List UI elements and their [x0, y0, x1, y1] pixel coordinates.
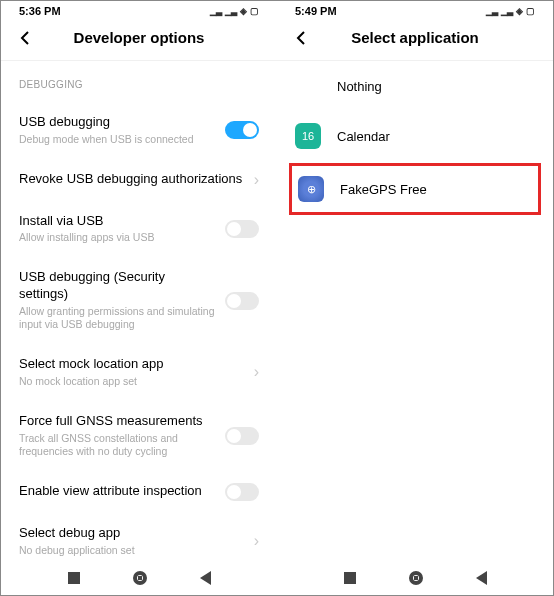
row-subtitle: Debug mode when USB is connected [19, 133, 217, 147]
toggle-view-attr[interactable] [225, 483, 259, 501]
app-list[interactable]: Nothing 16 Calendar ⊕ FakeGPS Free [277, 61, 553, 561]
app-name: Calendar [337, 129, 390, 144]
nav-back-button[interactable] [476, 571, 487, 585]
row-debug-app[interactable]: Select debug app No debug application se… [19, 513, 259, 561]
status-bar: 5:49 PM ▁▃ ▁▃ ◈ ▢ [277, 1, 553, 19]
row-title: Select debug app [19, 525, 246, 542]
row-usb-security[interactable]: USB debugging (Security settings) Allow … [19, 257, 259, 344]
row-usb-debugging[interactable]: USB debugging Debug mode when USB is con… [19, 102, 259, 159]
chevron-right-icon: › [254, 171, 259, 189]
nav-recents-button[interactable] [68, 572, 80, 584]
toggle-install-usb[interactable] [225, 220, 259, 238]
row-title: Select mock location app [19, 356, 246, 373]
toggle-gnss[interactable] [225, 427, 259, 445]
app-row-fakegps[interactable]: ⊕ FakeGPS Free [298, 170, 532, 208]
calendar-icon: 16 [295, 123, 321, 149]
row-title: Force full GNSS measurements [19, 413, 217, 430]
app-name: FakeGPS Free [340, 182, 427, 197]
nav-home-button[interactable] [133, 571, 147, 585]
row-title: Install via USB [19, 213, 217, 230]
row-subtitle: Allow installing apps via USB [19, 231, 217, 245]
row-subtitle: Allow granting permissions and simulatin… [19, 305, 217, 332]
row-revoke-auth[interactable]: Revoke USB debugging authorizations › [19, 159, 259, 201]
toggle-usb-debugging[interactable] [225, 121, 259, 139]
app-icon-blank [295, 73, 321, 99]
status-time: 5:49 PM [295, 5, 337, 17]
row-install-via-usb[interactable]: Install via USB Allow installing apps vi… [19, 201, 259, 258]
row-title: Enable view attribute inspection [19, 483, 217, 500]
battery-icon: ▢ [250, 6, 259, 16]
screen-select-application: 5:49 PM ▁▃ ▁▃ ◈ ▢ Select application Not… [277, 1, 553, 595]
highlight-box: ⊕ FakeGPS Free [289, 163, 541, 215]
page-title: Developer options [19, 29, 259, 46]
row-title: USB debugging (Security settings) [19, 269, 217, 303]
wifi-icon: ◈ [240, 6, 247, 16]
fakegps-icon: ⊕ [298, 176, 324, 202]
row-title: Revoke USB debugging authorizations [19, 171, 246, 188]
nav-home-button[interactable] [409, 571, 423, 585]
signal-icon: ▁▃ [501, 7, 513, 16]
chevron-right-icon: › [254, 532, 259, 550]
nav-bar [277, 561, 553, 595]
row-mock-location[interactable]: Select mock location app No mock locatio… [19, 344, 259, 401]
row-subtitle: Track all GNSS constellations and freque… [19, 432, 217, 459]
page-title: Select application [295, 29, 535, 46]
row-subtitle: No mock location app set [19, 375, 246, 389]
row-title: USB debugging [19, 114, 217, 131]
battery-icon: ▢ [526, 6, 535, 16]
status-icons: ▁▃ ▁▃ ◈ ▢ [210, 6, 259, 16]
header: Select application [277, 19, 553, 61]
status-bar: 5:36 PM ▁▃ ▁▃ ◈ ▢ [1, 1, 277, 19]
signal-icon: ▁▃ [486, 7, 498, 16]
header: Developer options [1, 19, 277, 61]
settings-list[interactable]: DEBUGGING USB debugging Debug mode when … [1, 61, 277, 561]
screen-developer-options: 5:36 PM ▁▃ ▁▃ ◈ ▢ Developer options DEBU… [1, 1, 277, 595]
row-gnss[interactable]: Force full GNSS measurements Track all G… [19, 401, 259, 471]
nav-bar [1, 561, 277, 595]
wifi-icon: ◈ [516, 6, 523, 16]
row-view-attribute[interactable]: Enable view attribute inspection [19, 471, 259, 513]
nav-back-button[interactable] [200, 571, 211, 585]
nav-recents-button[interactable] [344, 572, 356, 584]
app-name: Nothing [337, 79, 382, 94]
row-subtitle: No debug application set [19, 544, 246, 558]
signal-icon: ▁▃ [225, 7, 237, 16]
status-time: 5:36 PM [19, 5, 61, 17]
app-row-calendar[interactable]: 16 Calendar [295, 111, 535, 161]
chevron-right-icon: › [254, 363, 259, 381]
toggle-usb-security[interactable] [225, 292, 259, 310]
section-label: DEBUGGING [19, 79, 259, 90]
status-icons: ▁▃ ▁▃ ◈ ▢ [486, 6, 535, 16]
app-row-nothing[interactable]: Nothing [295, 61, 535, 111]
signal-icon: ▁▃ [210, 7, 222, 16]
